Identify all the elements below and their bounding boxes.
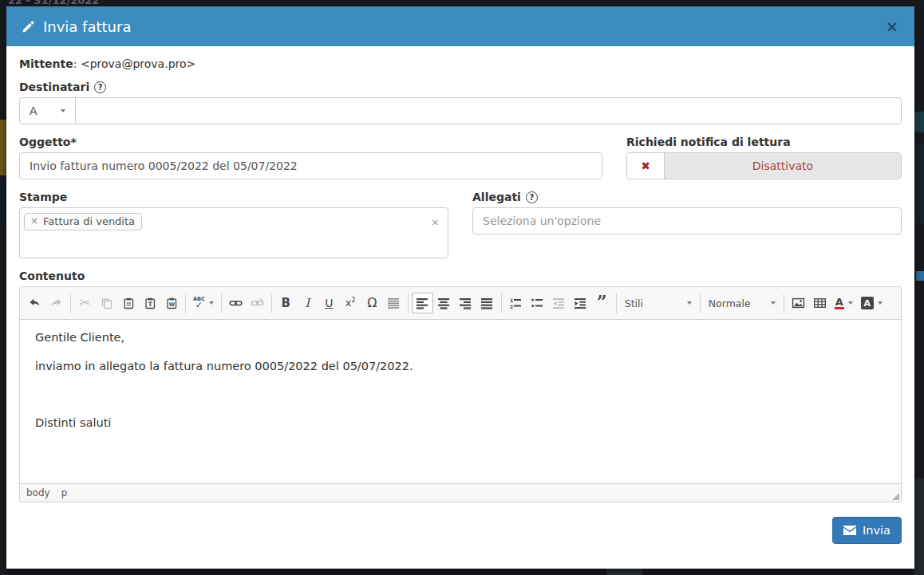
close-icon[interactable]: × — [886, 19, 898, 34]
read-receipt-label: Richiedi notifica di lettura — [626, 136, 902, 148]
svg-text:T: T — [148, 301, 152, 308]
link-icon[interactable] — [225, 293, 247, 313]
toolbar-separator — [408, 293, 409, 313]
format-dropdown-label: Normale — [709, 297, 751, 309]
toolbar-separator — [616, 293, 617, 313]
toolbar-separator — [271, 293, 272, 313]
toolbar-separator — [501, 293, 502, 313]
prints-multiselect[interactable]: × Fattura di vendita × — [19, 207, 448, 258]
rich-text-editor: ✂ T W ABC✓ — [19, 286, 902, 502]
line-spacing-icon[interactable] — [383, 293, 405, 313]
attachments-placeholder: Seleziona un'opzione — [483, 215, 601, 227]
prints-label: Stampe — [19, 191, 448, 203]
toggle-off-icon: ✖ — [627, 153, 665, 179]
chevron-down-icon — [61, 109, 65, 112]
background-page-fragment: 22 - 31/12/2022 — [8, 0, 99, 6]
send-invoice-modal: Invia fattura × Mittente: <prova@prova.p… — [6, 6, 914, 569]
svg-text:2: 2 — [510, 304, 513, 309]
svg-text:1: 1 — [510, 297, 513, 303]
toggle-state-label: Disattivato — [665, 153, 901, 179]
send-button[interactable]: Invia — [832, 517, 902, 544]
recipient-type-value: A — [30, 104, 38, 117]
paste-plain-text-icon[interactable]: T — [139, 293, 160, 313]
bulleted-list-icon[interactable] — [527, 293, 548, 313]
align-right-icon[interactable] — [455, 293, 476, 313]
editor-paragraph: Gentile Cliente, — [35, 329, 886, 346]
toolbar-separator — [784, 293, 784, 313]
modal-title-text: Invia fattura — [43, 18, 131, 35]
styles-dropdown-label: Stili — [625, 297, 643, 309]
modal-footer: Invia — [19, 502, 902, 553]
background-fragment — [914, 144, 924, 223]
recipients-input[interactable] — [76, 98, 901, 124]
tag-remove-icon[interactable]: × — [30, 215, 38, 226]
recipient-type-dropdown[interactable]: A — [20, 98, 76, 124]
superscript-icon[interactable]: x2 — [340, 293, 361, 313]
chevron-down-icon — [209, 301, 214, 305]
tag-label: Fattura di vendita — [43, 215, 135, 227]
toolbar-separator — [185, 293, 186, 313]
underline-icon[interactable]: U — [318, 293, 340, 313]
sender-line: Mittente: <prova@prova.pro> — [19, 57, 902, 70]
question-circle-icon[interactable]: ? — [94, 81, 106, 93]
align-left-icon[interactable] — [412, 293, 433, 313]
justify-icon[interactable] — [476, 293, 498, 313]
copy-icon[interactable] — [96, 293, 117, 313]
paste-icon[interactable] — [117, 293, 139, 313]
envelope-icon — [843, 526, 856, 535]
background-fragment — [916, 271, 924, 281]
editor-paragraph — [35, 387, 886, 403]
attachments-label: Allegati ? — [472, 191, 902, 203]
attachments-select[interactable]: Seleziona un'opzione — [472, 207, 902, 234]
chevron-down-icon — [687, 301, 692, 305]
decrease-indent-icon[interactable] — [548, 293, 570, 313]
resize-handle[interactable] — [892, 493, 899, 500]
editor-toolbar: ✂ T W ABC✓ — [20, 287, 901, 320]
selected-tag: × Fattura di vendita — [24, 213, 142, 230]
modal-title: Invia fattura — [22, 18, 131, 35]
editor-content-area[interactable]: Gentile Cliente, inviamo in allegato la … — [20, 320, 901, 483]
subject-input[interactable] — [19, 152, 602, 179]
recipients-label: Destinatari ? — [19, 81, 902, 93]
path-item-body[interactable]: body — [26, 487, 50, 498]
toolbar-separator — [221, 293, 222, 313]
increase-indent-icon[interactable] — [570, 293, 591, 313]
unlink-icon[interactable] — [247, 293, 268, 313]
undo-icon[interactable] — [24, 293, 45, 313]
styles-dropdown[interactable]: Stili — [620, 293, 697, 313]
toolbar-separator — [70, 293, 71, 313]
chevron-down-icon — [771, 301, 776, 305]
clear-selection-icon[interactable]: × — [431, 216, 440, 228]
text-color-icon[interactable]: A — [831, 293, 857, 313]
subject-label: Oggetto* — [19, 136, 602, 148]
redo-icon[interactable] — [45, 293, 67, 313]
sender-value: : <prova@prova.pro> — [73, 57, 196, 70]
background-fragment — [914, 479, 924, 575]
path-item-p[interactable]: p — [61, 487, 68, 498]
send-button-label: Invia — [863, 524, 890, 537]
image-icon[interactable] — [788, 293, 809, 313]
numbered-list-icon[interactable]: 12 — [505, 293, 527, 313]
svg-text:W: W — [168, 301, 174, 308]
spell-check-icon[interactable]: ABC✓ — [189, 293, 218, 313]
modal-body: Mittente: <prova@prova.pro> Destinatari … — [6, 46, 914, 569]
paste-from-word-icon[interactable]: W — [160, 293, 182, 313]
read-receipt-toggle[interactable]: ✖ Disattivato — [626, 152, 902, 179]
align-center-icon[interactable] — [433, 293, 455, 313]
table-icon[interactable] — [809, 293, 831, 313]
editor-paragraph: Distinti saluti — [35, 415, 886, 431]
cut-icon[interactable]: ✂ — [74, 293, 96, 313]
modal-header: Invia fattura × — [6, 6, 914, 46]
background-fragment — [606, 569, 642, 575]
blockquote-icon[interactable]: ” — [591, 293, 613, 313]
editor-element-path-bar: body p — [20, 483, 901, 502]
special-character-icon[interactable]: Ω — [361, 293, 383, 313]
editor-paragraph: inviamo in allegato la fattura numero 00… — [35, 358, 886, 375]
chevron-down-icon — [848, 301, 853, 305]
background-color-icon[interactable]: A — [857, 293, 886, 313]
toolbar-separator — [700, 293, 701, 313]
italic-icon[interactable]: I — [297, 293, 318, 313]
question-circle-icon[interactable]: ? — [526, 191, 538, 203]
format-dropdown[interactable]: Normale — [704, 293, 780, 313]
bold-icon[interactable]: B — [275, 293, 297, 313]
